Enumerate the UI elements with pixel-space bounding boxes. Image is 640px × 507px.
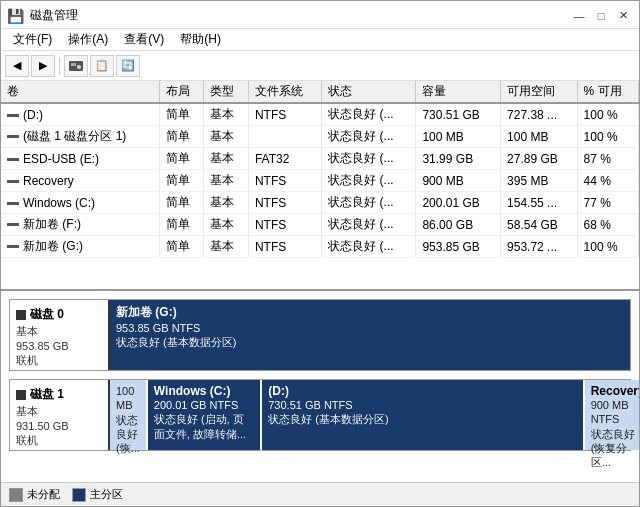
table-cell: 状态良好 (...	[322, 192, 416, 214]
table-cell: 68 %	[577, 214, 638, 236]
table-cell: 100 MB	[501, 126, 578, 148]
disk-type: 基本	[16, 324, 102, 339]
partition-1-0[interactable]: 100 MB状态良好 (恢...	[110, 380, 148, 450]
table-cell: 200.01 GB	[416, 192, 501, 214]
disk-info-1: 磁盘 1基本931.50 GB联机	[10, 380, 110, 450]
table-cell: 简单	[160, 214, 204, 236]
table-row[interactable]: (磁盘 1 磁盘分区 1)简单基本状态良好 (...100 MB100 MB10…	[1, 126, 639, 148]
menu-help[interactable]: 帮助(H)	[172, 30, 229, 49]
partition-1-3[interactable]: Recovery900 MB NTFS状态良好 (恢复分区...	[585, 380, 639, 450]
table-row[interactable]: Windows (C:)简单基本NTFS状态良好 (...200.01 GB15…	[1, 192, 639, 214]
table-cell	[248, 126, 321, 148]
table-cell: 基本	[204, 148, 248, 170]
table-cell: 395 MB	[501, 170, 578, 192]
table-cell: 31.99 GB	[416, 148, 501, 170]
col-capacity[interactable]: 容量	[416, 81, 501, 103]
table-row[interactable]: Recovery简单基本NTFS状态良好 (...900 MB395 MB44 …	[1, 170, 639, 192]
disk-type: 基本	[16, 404, 102, 419]
table-cell: NTFS	[248, 236, 321, 258]
table-cell: 100 %	[577, 236, 638, 258]
disk-dot	[16, 390, 26, 400]
col-free[interactable]: 可用空间	[501, 81, 578, 103]
table-cell: 100 %	[577, 126, 638, 148]
svg-point-2	[77, 65, 81, 69]
table-cell: 状态良好 (...	[322, 170, 416, 192]
legend-unallocated: 未分配	[9, 487, 60, 502]
legend-primary-label: 主分区	[90, 487, 123, 502]
disk-status: 联机	[16, 353, 102, 368]
main-content: 卷 布局 类型 文件系统 状态 容量 可用空间 % 可用 (D:)简单基本NTF…	[1, 81, 639, 506]
table-row[interactable]: ESD-USB (E:)简单基本FAT32状态良好 (...31.99 GB27…	[1, 148, 639, 170]
disk-partitions-0: 新加卷 (G:)953.85 GB NTFS状态良好 (基本数据分区)	[110, 300, 630, 370]
partition-detail2: 状态良好 (启动, 页面文件, 故障转储...	[154, 412, 254, 441]
table-row[interactable]: 新加卷 (F:)简单基本NTFS状态良好 (...86.00 GB58.54 G…	[1, 214, 639, 236]
disk-table: 卷 布局 类型 文件系统 状态 容量 可用空间 % 可用 (D:)简单基本NTF…	[1, 81, 639, 258]
partition-name: Recovery	[591, 384, 639, 398]
table-cell: 27.89 GB	[501, 148, 578, 170]
close-button[interactable]: ✕	[613, 8, 633, 24]
partition-detail2: 状态良好 (基本数据分区)	[116, 335, 624, 349]
toolbar-disk-icon[interactable]	[64, 55, 88, 77]
table-cell: 状态良好 (...	[322, 103, 416, 126]
table-cell: FAT32	[248, 148, 321, 170]
table-cell: NTFS	[248, 103, 321, 126]
col-layout[interactable]: 布局	[160, 81, 204, 103]
table-cell: 基本	[204, 236, 248, 258]
table-cell: 77 %	[577, 192, 638, 214]
table-cell: 简单	[160, 148, 204, 170]
table-cell: 154.55 ...	[501, 192, 578, 214]
table-cell: 86.00 GB	[416, 214, 501, 236]
svg-rect-1	[71, 63, 76, 66]
table-cell: 100 MB	[416, 126, 501, 148]
partition-name: (D:)	[268, 384, 576, 398]
partition-0-0[interactable]: 新加卷 (G:)953.85 GB NTFS状态良好 (基本数据分区)	[110, 300, 630, 370]
table-cell: 基本	[204, 214, 248, 236]
table-cell: 状态良好 (...	[322, 214, 416, 236]
table-cell: 简单	[160, 126, 204, 148]
table-cell: 简单	[160, 236, 204, 258]
maximize-button[interactable]: □	[591, 8, 611, 24]
disk-block-1: 磁盘 1基本931.50 GB联机100 MB状态良好 (恢...Windows…	[9, 379, 631, 451]
table-header-row: 卷 布局 类型 文件系统 状态 容量 可用空间 % 可用	[1, 81, 639, 103]
table-cell: 状态良好 (...	[322, 126, 416, 148]
col-fs[interactable]: 文件系统	[248, 81, 321, 103]
disk-status: 联机	[16, 433, 102, 448]
minimize-button[interactable]: —	[569, 8, 589, 24]
legend-unallocated-box	[9, 488, 23, 502]
table-cell: 58.54 GB	[501, 214, 578, 236]
toolbar-forward[interactable]: ▶	[31, 55, 55, 77]
table-cell: 基本	[204, 192, 248, 214]
title-bar: 💾 磁盘管理 — □ ✕	[1, 1, 639, 29]
toolbar-back[interactable]: ◀	[5, 55, 29, 77]
table-cell: (D:)	[1, 103, 160, 126]
toolbar-separator-1	[59, 57, 60, 75]
menu-file[interactable]: 文件(F)	[5, 30, 60, 49]
table-cell: NTFS	[248, 170, 321, 192]
table-row[interactable]: 新加卷 (G:)简单基本NTFS状态良好 (...953.85 GB953.72…	[1, 236, 639, 258]
table-row[interactable]: (D:)简单基本NTFS状态良好 (...730.51 GB727.38 ...…	[1, 103, 639, 126]
partition-1-1[interactable]: Windows (C:)200.01 GB NTFS状态良好 (启动, 页面文件…	[148, 380, 262, 450]
partition-detail1: 730.51 GB NTFS	[268, 398, 576, 412]
table-cell: (磁盘 1 磁盘分区 1)	[1, 126, 160, 148]
col-percent[interactable]: % 可用	[577, 81, 638, 103]
col-type[interactable]: 类型	[204, 81, 248, 103]
table-cell: Recovery	[1, 170, 160, 192]
table-cell: 简单	[160, 103, 204, 126]
menu-action[interactable]: 操作(A)	[60, 30, 116, 49]
menu-view[interactable]: 查看(V)	[116, 30, 172, 49]
table-cell: NTFS	[248, 192, 321, 214]
table-cell: 727.38 ...	[501, 103, 578, 126]
disk-visual-area: 磁盘 0基本953.85 GB联机新加卷 (G:)953.85 GB NTFS状…	[1, 291, 639, 482]
title-bar-left: 💾 磁盘管理	[7, 7, 78, 24]
col-volume[interactable]: 卷	[1, 81, 160, 103]
table-cell: 100 %	[577, 103, 638, 126]
disk-info-0: 磁盘 0基本953.85 GB联机	[10, 300, 110, 370]
partition-1-2[interactable]: (D:)730.51 GB NTFS状态良好 (基本数据分区)	[262, 380, 584, 450]
toolbar-refresh[interactable]: 🔄	[116, 55, 140, 77]
table-cell: 基本	[204, 170, 248, 192]
table-cell: Windows (C:)	[1, 192, 160, 214]
toolbar-properties[interactable]: 📋	[90, 55, 114, 77]
disk-partitions-1: 100 MB状态良好 (恢...Windows (C:)200.01 GB NT…	[110, 380, 630, 450]
table-cell: 基本	[204, 126, 248, 148]
col-status[interactable]: 状态	[322, 81, 416, 103]
